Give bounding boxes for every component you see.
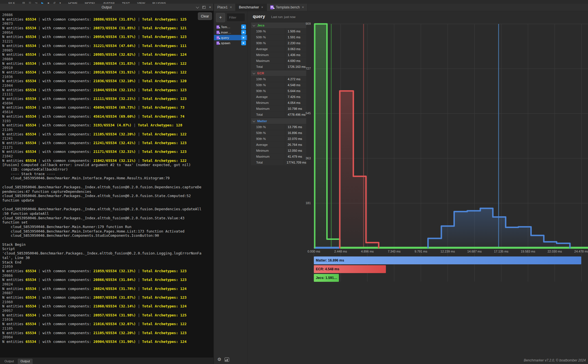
stat-label: Minimum <box>251 148 285 153</box>
document-tabbar: Place1×Benchmarker×Template.bench× <box>214 4 588 11</box>
results-chart-icon[interactable] <box>225 358 229 362</box>
stat-row: 10th %13.795 ms <box>251 124 306 130</box>
stats-section-header-ecr[interactable]: ECR <box>251 70 306 76</box>
run-play-button[interactable]: ▶ <box>241 30 246 35</box>
log-line: 20860 <box>2 57 213 61</box>
benchmark-item-Tem[interactable]: Tem…▶ <box>214 24 247 30</box>
stat-label: 50th % <box>251 130 285 136</box>
log-line: N entities 65534 | with common component… <box>2 17 213 22</box>
run-play-button[interactable]: ▶ <box>241 41 246 45</box>
stat-row: Maximum10.798 ms <box>251 106 306 111</box>
log-error-line: cloud_5853950046.Benchmarker.Main.Interf… <box>2 229 213 234</box>
x-axis-tick: 22.030 ms <box>547 250 562 253</box>
stats-section-name: Matter <box>257 119 267 123</box>
benchmark-item-inser[interactable]: inser…▶ <box>214 30 247 35</box>
log-line: N entities 65534 | with common component… <box>2 52 213 57</box>
undo-icon[interactable]: ↺ <box>53 1 55 4</box>
tab-close-icon[interactable]: × <box>302 5 304 9</box>
popout-icon[interactable] <box>202 6 205 9</box>
x-axis-tick: 2.448 ms <box>334 250 347 253</box>
log-error-line: :50 function updateAll <box>2 211 213 216</box>
log-error-line: cloud_5853950046.Benchmarker.Packages._I… <box>2 207 213 211</box>
settings-gear-icon[interactable]: ⚙ <box>217 357 221 362</box>
log-line: N entities 65534 | with common component… <box>2 322 213 326</box>
log-line: 21111 <box>2 92 213 97</box>
caret-icon[interactable]: ▾ <box>59 1 61 4</box>
benchmark-item-label: Tem… <box>221 25 240 29</box>
filter-input[interactable]: Filter <box>227 13 245 22</box>
tab-template-bench[interactable]: Template.bench× <box>267 4 308 11</box>
log-line: N entities 65534 | with common component… <box>2 269 213 273</box>
chevron-down-icon <box>252 119 255 122</box>
stat-row: 10th %4.272 ms <box>251 76 306 82</box>
stat-label: 10th % <box>251 124 285 130</box>
script-icon <box>216 41 219 45</box>
redo-icon[interactable]: ↪ <box>35 1 37 4</box>
clipboard-icon[interactable]: ▤ <box>22 1 25 4</box>
output-footer-tab[interactable]: Output <box>18 359 33 364</box>
log-line: N entities 65534 | with common component… <box>2 123 213 128</box>
clear-button[interactable]: Clear <box>198 12 212 20</box>
y-axis-tick: 545 <box>301 111 311 115</box>
benchmark-item-spawn[interactable]: spawn▶ <box>214 40 247 46</box>
script-icon <box>216 36 219 39</box>
stats-section-header-matter[interactable]: Matter <box>251 118 306 124</box>
stats-section-header-jecs[interactable]: Jecs <box>251 23 306 28</box>
run-play-button[interactable]: ▶ <box>241 24 246 29</box>
stat-label: 10th % <box>251 28 285 34</box>
y-axis-tick: 363 <box>301 157 311 160</box>
x-axis-tick: 17.135 ms <box>494 250 508 253</box>
tab-label: Template.bench <box>276 5 300 9</box>
stat-value: 4.690 ms <box>285 58 306 64</box>
log-error-line: Stack End <box>2 260 213 265</box>
tab-place1[interactable]: Place1× <box>214 4 236 11</box>
stat-row: Minimum12.050 ms <box>251 148 306 153</box>
stat-row: Average26.764 ms <box>251 142 306 148</box>
play-icon[interactable]: ▶ <box>41 1 44 4</box>
section-gap <box>251 166 306 166</box>
stat-label: 50th % <box>251 34 285 40</box>
script-icon <box>216 31 219 34</box>
log-error-line: function set <box>2 220 213 225</box>
x-axis-tick: 7.343 ms <box>388 250 401 253</box>
log-line: 20957 <box>2 309 213 313</box>
export-icon[interactable]: ⎘ <box>29 1 31 4</box>
add-benchmark-button[interactable]: + <box>216 13 225 22</box>
x-axis-tick: 14.687 ms <box>467 250 482 253</box>
log-line: 20873 <box>2 21 213 26</box>
close-icon[interactable]: × <box>209 6 211 9</box>
run-play-button[interactable]: ▶ <box>241 35 246 40</box>
x-axis-tick: 4.896 ms <box>361 250 374 253</box>
log-line: 20985 <box>2 48 213 53</box>
studio-window: FILE ▤ ⎘ ↪ ▶ ■ ↺ ▾ HOMEMODELAVATARTESTVI… <box>0 0 588 364</box>
log-error-line: Stack Begin <box>2 242 213 247</box>
stat-row: Maximum41.479 ms <box>251 154 306 159</box>
log-error-line: (ID: computedCallbackError) <box>2 167 213 172</box>
stop-icon[interactable]: ■ <box>48 1 49 4</box>
log-line: 21241 <box>2 136 213 141</box>
stat-label: Average <box>251 142 285 148</box>
collapse-chevron-icon[interactable] <box>196 5 199 8</box>
stat-value: 1.591 ms <box>285 34 306 40</box>
log-line: 21171 <box>2 145 213 150</box>
log-line: 20954 <box>2 30 213 35</box>
stat-label: 50th % <box>251 82 285 88</box>
stat-label: Average <box>251 94 285 100</box>
log-line: N entities 65534 | with common component… <box>2 331 213 335</box>
tab-close-icon[interactable]: × <box>230 5 232 9</box>
tab-benchmarker[interactable]: Benchmarker× <box>236 4 267 11</box>
output-log[interactable]: 20886N entities 65534 | with common comp… <box>0 11 213 358</box>
benchmark-title: query <box>253 14 265 19</box>
tab-close-icon[interactable]: × <box>261 5 263 9</box>
output-footer: OutputOutput <box>0 358 213 364</box>
benchmark-item-query[interactable]: query▶ <box>214 35 247 40</box>
stat-row: 50th %4.548 ms <box>251 82 306 88</box>
benchmark-item-label: spawn <box>221 41 240 45</box>
stat-label: Minimum <box>251 52 285 58</box>
stat-value: 5.644 ms <box>285 88 306 94</box>
log-error-line <box>2 203 213 207</box>
output-footer-tab[interactable]: Output <box>2 359 17 364</box>
log-line: N entities 65534 | with common component… <box>2 340 213 344</box>
log-line: N entities 65534 | with common component… <box>2 97 213 101</box>
log-line: 45694 <box>2 101 213 106</box>
